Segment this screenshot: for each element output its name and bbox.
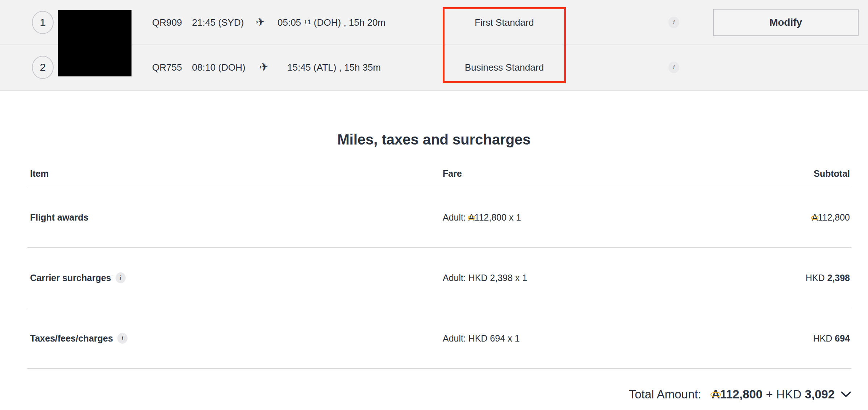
fare-amount: 112,800 x 1 bbox=[475, 212, 521, 222]
segment-number-badge: 2 bbox=[32, 56, 54, 79]
arrival-detail: (DOH) , 15h 20m bbox=[314, 17, 385, 28]
column-header-subtotal: Subtotal bbox=[814, 168, 850, 179]
page-title: Miles, taxes and surcharges bbox=[0, 132, 868, 147]
segment-number: 2 bbox=[40, 61, 46, 74]
avios-icon: A bbox=[468, 213, 475, 222]
cabin-class-label: Business Standard bbox=[443, 62, 566, 73]
segment-number: 1 bbox=[40, 16, 46, 29]
info-icon-glyph: i bbox=[673, 64, 675, 71]
redacted-block bbox=[58, 10, 132, 76]
flight-summary-section: 1 QR909 21:45 (SYD) ✈ 05:05 +1 (DOH) , 1… bbox=[0, 0, 868, 91]
arrival-detail: (ATL) , 15h 35m bbox=[313, 62, 381, 73]
info-icon-glyph: i bbox=[121, 335, 123, 342]
item-label-text: Carrier surcharges bbox=[30, 273, 111, 283]
info-icon[interactable]: i bbox=[668, 62, 679, 73]
arrival-time: 05:05 bbox=[277, 17, 301, 28]
departure-time: 21:45 (SYD) bbox=[192, 17, 244, 28]
table-row-taxes-fees-charges: Taxes/fees/chargesi Adult: HKD 694 x 1 H… bbox=[27, 308, 851, 369]
item-label-text: Flight awards bbox=[30, 212, 88, 223]
fare-cell: Adult: A112,800 x 1 bbox=[443, 212, 812, 223]
avios-icon: A bbox=[812, 213, 818, 222]
total-avios-amount: 112,800 bbox=[720, 388, 762, 401]
flight-number: QR755 bbox=[152, 62, 182, 73]
item-label: Carrier surchargesi bbox=[30, 272, 443, 283]
total-cash-amount: 3,092 bbox=[805, 388, 835, 401]
info-icon-glyph: i bbox=[120, 274, 121, 281]
info-icon[interactable]: i bbox=[668, 17, 679, 28]
day-offset: +1 bbox=[304, 18, 311, 25]
subtotal-cell: HKD 2,398 bbox=[806, 273, 850, 283]
charges-table: Item Fare Subtotal Flight awards Adult: … bbox=[27, 159, 851, 369]
plane-icon: ✈ bbox=[259, 59, 270, 74]
modify-button[interactable]: Modify bbox=[713, 9, 859, 36]
total-separator: + bbox=[763, 388, 776, 401]
fare-cell: Adult: HKD 694 x 1 bbox=[443, 333, 813, 344]
flight-number: QR909 bbox=[152, 17, 182, 28]
subtotal-amount: 694 bbox=[835, 333, 850, 343]
total-amount-values: A112,800 + HKD 3,092 bbox=[711, 388, 835, 401]
item-label: Flight awards bbox=[30, 212, 443, 223]
arrival-time: 15:45 bbox=[287, 62, 311, 73]
subtotal-currency: HKD bbox=[813, 333, 835, 343]
chevron-down-icon[interactable] bbox=[840, 391, 851, 398]
table-header: Item Fare Subtotal bbox=[27, 159, 851, 187]
total-currency: HKD bbox=[776, 388, 805, 401]
subtotal-currency: HKD bbox=[806, 273, 827, 283]
subtotal-cell: A112,800 bbox=[812, 212, 850, 223]
subtotal-amount: 112,800 bbox=[818, 212, 850, 222]
total-amount-row[interactable]: Total Amount: A112,800 + HKD 3,092 bbox=[0, 369, 868, 401]
total-amount-label: Total Amount: bbox=[629, 388, 701, 401]
item-label: Taxes/fees/chargesi bbox=[30, 333, 443, 344]
item-label-text: Taxes/fees/charges bbox=[30, 333, 113, 344]
departure-time: 08:10 (DOH) bbox=[192, 62, 245, 73]
fare-cell: Adult: HKD 2,398 x 1 bbox=[443, 273, 806, 283]
arrival-info: 15:45 (ATL) , 15h 35m bbox=[287, 62, 381, 73]
avios-icon: A bbox=[711, 388, 720, 400]
plane-icon: ✈ bbox=[255, 14, 266, 29]
info-icon[interactable]: i bbox=[117, 333, 128, 344]
subtotal-cell: HKD 694 bbox=[813, 333, 850, 344]
column-header-item: Item bbox=[30, 168, 443, 179]
cabin-class-label: First Standard bbox=[443, 17, 566, 28]
table-row-carrier-surcharges: Carrier surchargesi Adult: HKD 2,398 x 1… bbox=[27, 248, 851, 308]
arrival-info: 05:05 +1 (DOH) , 15h 20m bbox=[277, 17, 385, 28]
info-icon[interactable]: i bbox=[116, 272, 126, 283]
column-header-fare: Fare bbox=[443, 168, 814, 179]
table-row-flight-awards: Flight awards Adult: A112,800 x 1 A112,8… bbox=[27, 187, 851, 248]
info-icon-glyph: i bbox=[673, 19, 675, 26]
segment-number-badge: 1 bbox=[32, 11, 54, 34]
fare-prefix: Adult: bbox=[443, 212, 466, 222]
subtotal-amount: 2,398 bbox=[827, 273, 850, 283]
